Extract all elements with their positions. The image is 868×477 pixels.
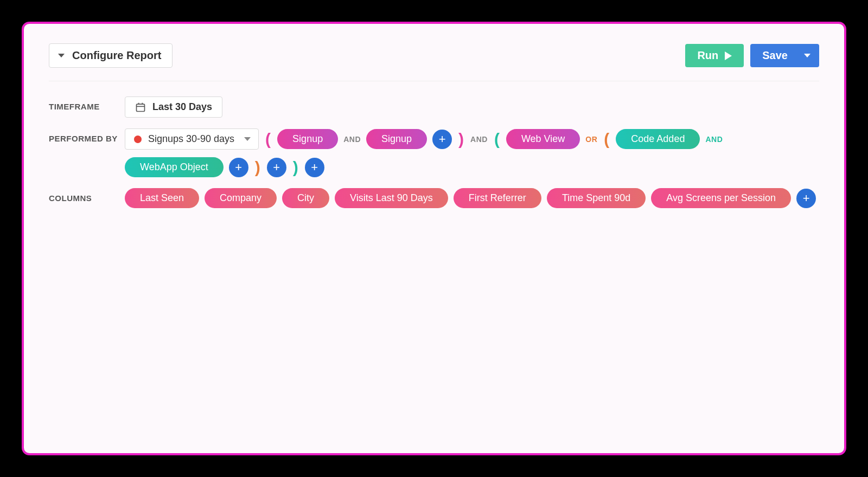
timeframe-label: TIMEFRAME — [49, 96, 125, 111]
save-button-label: Save — [762, 49, 788, 62]
column-pill[interactable]: Visits Last 90 Days — [335, 188, 448, 208]
columns-row: COLUMNS Last Seen Company City Visits La… — [49, 188, 819, 208]
segment-name: Signups 30-90 days — [148, 133, 234, 145]
column-pill[interactable]: Time Spent 90d — [547, 188, 646, 208]
performed-by-label: PERFORMED BY — [49, 128, 125, 143]
report-configure-panel: Configure Report Run Save TIMEFRAME — [22, 22, 846, 455]
save-button[interactable]: Save — [750, 44, 819, 67]
configure-report-dropdown[interactable]: Configure Report — [49, 43, 173, 68]
segment-select[interactable]: Signups 30-90 days — [125, 128, 259, 150]
configure-report-label: Configure Report — [72, 49, 161, 62]
column-pill[interactable]: Avg Screens per Session — [651, 188, 791, 208]
columns-content: Last Seen Company City Visits Last 90 Da… — [125, 188, 819, 208]
add-filter-button[interactable]: + — [305, 158, 324, 177]
svg-rect-0 — [137, 104, 145, 111]
filter-pill-code-added[interactable]: Code Added — [616, 129, 700, 149]
close-paren-icon: ) — [292, 159, 299, 176]
column-pill[interactable]: First Referrer — [454, 188, 541, 208]
column-pill[interactable]: City — [282, 188, 329, 208]
header-actions: Run Save — [685, 44, 819, 67]
run-button-label: Run — [697, 49, 718, 62]
logic-operator-and: AND — [343, 135, 361, 144]
add-column-button[interactable]: + — [796, 189, 816, 208]
run-button[interactable]: Run — [685, 44, 744, 67]
columns-label: COLUMNS — [49, 188, 125, 203]
chevron-down-icon — [804, 54, 810, 57]
chevron-down-icon — [58, 54, 65, 57]
filter-pill-signup-2[interactable]: Signup — [366, 129, 427, 149]
open-paren-icon: ( — [264, 131, 272, 147]
filter-pill-webapp-object[interactable]: WebApp Object — [125, 157, 224, 177]
logic-operator-or: OR — [585, 135, 597, 144]
open-paren-icon: ( — [493, 131, 501, 147]
panel-header: Configure Report Run Save — [49, 43, 819, 81]
close-paren-icon: ) — [254, 159, 261, 176]
column-pill[interactable]: Company — [205, 188, 277, 208]
add-filter-button[interactable]: + — [267, 158, 286, 177]
logic-operator-and: AND — [470, 135, 488, 144]
timeframe-row: TIMEFRAME Last 30 Days — [49, 96, 819, 118]
chevron-down-icon — [244, 137, 251, 141]
segment-color-icon — [134, 136, 142, 143]
add-filter-button[interactable]: + — [432, 130, 452, 149]
timeframe-content: Last 30 Days — [125, 96, 819, 118]
add-filter-button[interactable]: + — [229, 158, 248, 177]
timeframe-value: Last 30 Days — [152, 101, 212, 113]
filter-pill-web-view[interactable]: Web View — [506, 129, 580, 149]
play-icon — [725, 51, 732, 60]
open-paren-icon: ( — [603, 131, 610, 147]
performed-by-content: Signups 30-90 days ( Signup AND Signup +… — [125, 128, 819, 177]
performed-by-row: PERFORMED BY Signups 30-90 days ( Signup… — [49, 128, 819, 177]
filter-pill-signup-1[interactable]: Signup — [277, 129, 338, 149]
calendar-icon — [135, 102, 146, 113]
column-pill[interactable]: Last Seen — [125, 188, 199, 208]
logic-operator-and: AND — [705, 135, 723, 144]
timeframe-select[interactable]: Last 30 Days — [125, 96, 222, 118]
close-paren-icon: ) — [457, 131, 465, 147]
